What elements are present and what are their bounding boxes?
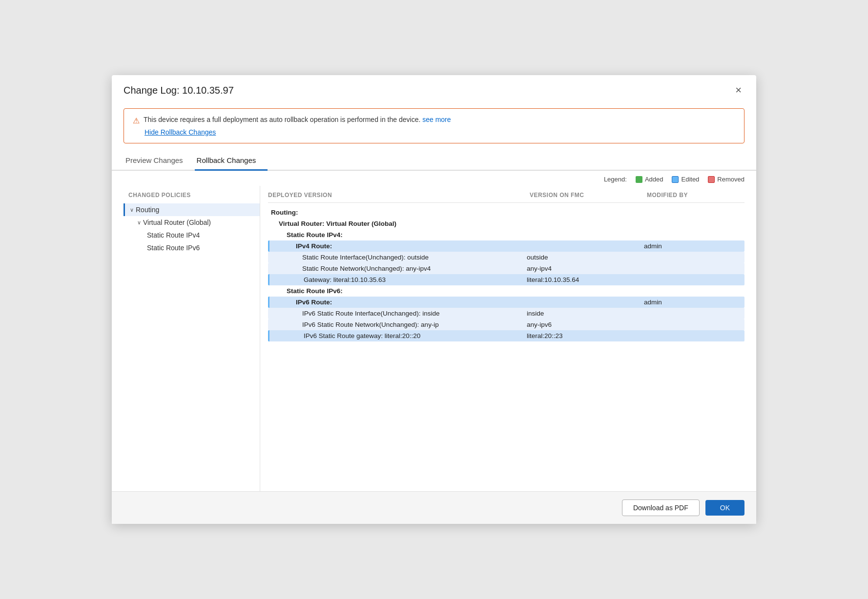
legend-label: Legend: bbox=[604, 176, 627, 183]
right-panel: Deployed Version Version on FMC Modified… bbox=[260, 186, 744, 491]
alert-message-line: ⚠ This device requires a full deployment… bbox=[133, 116, 735, 125]
row-label: Static Route Interface(Unchanged): outsi… bbox=[271, 254, 527, 261]
legend-removed: Removed bbox=[708, 176, 744, 183]
chevron-down-icon: ∨ bbox=[137, 220, 141, 226]
row-label: Static Route IPv4: bbox=[271, 231, 527, 239]
table-row-gateway: Gateway: literal:10.10.35.63 literal:10.… bbox=[268, 274, 744, 285]
col-deployed: Deployed Version bbox=[268, 192, 530, 199]
hide-rollback-link[interactable]: Hide Rollback Changes bbox=[145, 128, 735, 136]
alert-text: This device requires a full deployment a… bbox=[144, 116, 451, 123]
table-row: IPv6 Static Route Interface(Unchanged): … bbox=[268, 308, 744, 319]
row-fmc: outside bbox=[527, 254, 644, 261]
changed-policies-header: Changed Policies bbox=[124, 192, 260, 203]
modal-header: Change Log: 10.10.35.97 × bbox=[112, 75, 756, 103]
row-label: Virtual Router: Virtual Router (Global) bbox=[271, 220, 527, 227]
row-label: Routing: bbox=[271, 209, 527, 216]
close-button[interactable]: × bbox=[732, 84, 744, 97]
row-label: Gateway: literal:10.10.35.63 bbox=[272, 276, 527, 283]
row-label: Static Route Network(Unchanged): any-ipv… bbox=[271, 265, 527, 272]
col-fmc: Version on FMC bbox=[530, 192, 647, 199]
row-fmc: literal:10.10.35.64 bbox=[527, 276, 644, 283]
table-row-ipv6-gateway: IPv6 Static Route gateway: literal:20::2… bbox=[268, 330, 744, 341]
row-label: IPv6 Static Route Network(Unchanged): an… bbox=[271, 321, 527, 328]
table-row: Static Route IPv6: bbox=[268, 285, 744, 297]
data-table: Routing: Virtual Router: Virtual Router … bbox=[268, 207, 744, 341]
modified-by-admin: admin bbox=[644, 299, 742, 306]
tree-item-routing[interactable]: ∨ Routing bbox=[124, 203, 260, 216]
table-row-ipv6-route: IPv6 Route: admin bbox=[268, 297, 744, 308]
added-color-swatch bbox=[636, 176, 642, 183]
row-label: IPv6 Route: bbox=[272, 299, 527, 306]
col-modified-by: Modified By bbox=[647, 192, 744, 199]
chevron-down-icon: ∨ bbox=[130, 207, 134, 213]
tab-preview-changes[interactable]: Preview Changes bbox=[124, 151, 195, 171]
row-label: IPv6 Static Route Interface(Unchanged): … bbox=[271, 310, 527, 317]
modal-title: Change Log: 10.10.35.97 bbox=[124, 85, 234, 96]
legend-edited: Edited bbox=[672, 176, 699, 183]
content-area: Changed Policies ∨ Routing ∨ Virtual Rou… bbox=[112, 186, 756, 491]
legend-row: Legend: Added Edited Removed bbox=[112, 171, 756, 186]
table-row-ipv4-route: IPv4 Route: admin bbox=[268, 240, 744, 252]
tabs-row: Preview Changes Rollback Changes bbox=[112, 151, 756, 171]
table-row: Virtual Router: Virtual Router (Global) bbox=[268, 218, 744, 229]
row-label: Static Route IPv6: bbox=[271, 287, 527, 295]
table-row: Static Route IPv4: bbox=[268, 229, 744, 240]
row-label: IPv4 Route: bbox=[272, 242, 527, 250]
edited-color-swatch bbox=[672, 176, 679, 183]
download-pdf-button[interactable]: Download as PDF bbox=[622, 499, 700, 516]
table-row: Routing: bbox=[268, 207, 744, 218]
row-fmc: literal:20::23 bbox=[527, 332, 644, 339]
row-fmc: inside bbox=[527, 310, 644, 317]
alert-box: ⚠ This device requires a full deployment… bbox=[124, 108, 744, 143]
modal-footer: Download as PDF OK bbox=[112, 491, 756, 524]
legend-added: Added bbox=[636, 176, 663, 183]
warning-icon: ⚠ bbox=[133, 116, 140, 125]
table-row: Static Route Interface(Unchanged): outsi… bbox=[268, 252, 744, 263]
tab-rollback-changes[interactable]: Rollback Changes bbox=[195, 151, 268, 171]
row-label: IPv6 Static Route gateway: literal:20::2… bbox=[272, 332, 527, 339]
tree-item-static-ipv4[interactable]: Static Route IPv4 bbox=[124, 229, 260, 241]
tree-item-virtual-router[interactable]: ∨ Virtual Router (Global) bbox=[124, 216, 260, 229]
ok-button[interactable]: OK bbox=[705, 500, 744, 516]
see-more-link[interactable]: see more bbox=[422, 116, 451, 123]
row-fmc: any-ipv6 bbox=[527, 321, 644, 328]
modified-by-admin: admin bbox=[644, 242, 742, 250]
removed-color-swatch bbox=[708, 176, 715, 183]
change-log-modal: Change Log: 10.10.35.97 × ⚠ This device … bbox=[112, 75, 756, 524]
row-fmc: any-ipv4 bbox=[527, 265, 644, 272]
table-row: IPv6 Static Route Network(Unchanged): an… bbox=[268, 319, 744, 330]
column-headers: Deployed Version Version on FMC Modified… bbox=[268, 192, 744, 203]
left-panel: Changed Policies ∨ Routing ∨ Virtual Rou… bbox=[124, 186, 260, 491]
tree-item-static-ipv6[interactable]: Static Route IPv6 bbox=[124, 241, 260, 254]
table-row: Static Route Network(Unchanged): any-ipv… bbox=[268, 263, 744, 274]
